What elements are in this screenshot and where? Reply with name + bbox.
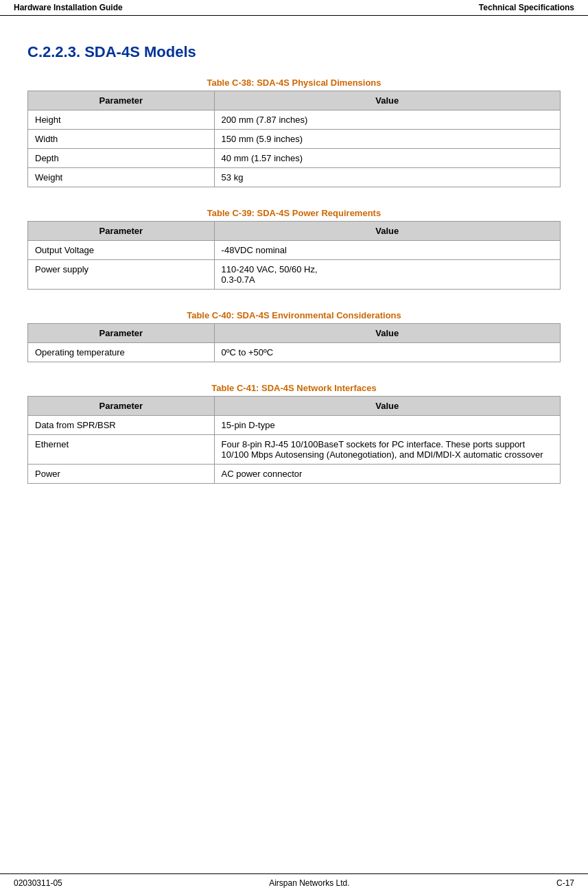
header-left: Hardware Installation Guide — [14, 3, 123, 12]
table-row: Output Voltage-48VDC nominal — [28, 241, 561, 260]
page-content: C.2.2.3. SDA-4S Models Table C-38: SDA-4… — [0, 16, 588, 532]
table-section-table-c40: Table C-40: SDA-4S Environmental Conside… — [27, 310, 561, 362]
table-table-c39: ParameterValueOutput Voltage-48VDC nomin… — [27, 221, 561, 290]
cell-parameter: Depth — [28, 149, 215, 168]
table-row: Height200 mm (7.87 inches) — [28, 110, 561, 130]
table-row: Operating temperature 0ºC to +50ºC — [28, 343, 561, 362]
table-caption-table-c40: Table C-40: SDA-4S Environmental Conside… — [27, 310, 561, 320]
table-table-c41: ParameterValueData from SPR/BSR15-pin D-… — [27, 396, 561, 484]
col-header-value: Value — [214, 397, 560, 416]
table-row: Power supply110-240 VAC, 50/60 Hz,0.3-0.… — [28, 260, 561, 290]
cell-parameter: Ethernet — [28, 435, 215, 465]
cell-value: 110-240 VAC, 50/60 Hz,0.3-0.7A — [214, 260, 560, 290]
table-table-c38: ParameterValueHeight200 mm (7.87 inches)… — [27, 91, 561, 187]
cell-value: 200 mm (7.87 inches) — [214, 110, 560, 130]
table-row: Depth40 mm (1.57 inches) — [28, 149, 561, 168]
table-caption-table-c38: Table C-38: SDA-4S Physical Dimensions — [27, 78, 561, 88]
footer-right: C-17 — [556, 878, 574, 888]
table-section-table-c39: Table C-39: SDA-4S Power RequirementsPar… — [27, 208, 561, 290]
footer-center: Airspan Networks Ltd. — [269, 878, 349, 888]
col-header-value: Value — [214, 222, 560, 241]
table-section-table-c41: Table C-41: SDA-4S Network InterfacesPar… — [27, 383, 561, 484]
cell-value: Four 8-pin RJ-45 10/100BaseT sockets for… — [214, 435, 560, 465]
table-row: Width150 mm (5.9 inches) — [28, 130, 561, 149]
col-header-parameter: Parameter — [28, 324, 215, 343]
cell-parameter: Power supply — [28, 260, 215, 290]
table-section-table-c38: Table C-38: SDA-4S Physical DimensionsPa… — [27, 78, 561, 187]
cell-parameter: Width — [28, 130, 215, 149]
col-header-value: Value — [214, 91, 560, 110]
page-footer: 02030311-05 Airspan Networks Ltd. C-17 — [0, 873, 588, 892]
cell-value: 40 mm (1.57 inches) — [214, 149, 560, 168]
table-row: EthernetFour 8-pin RJ-45 10/100BaseT soc… — [28, 435, 561, 465]
cell-parameter: Data from SPR/BSR — [28, 416, 215, 435]
cell-value: 15-pin D-type — [214, 416, 560, 435]
cell-parameter: Operating temperature — [28, 343, 215, 362]
table-caption-table-c39: Table C-39: SDA-4S Power Requirements — [27, 208, 561, 218]
cell-parameter: Weight — [28, 168, 215, 187]
table-row: PowerAC power connector — [28, 465, 561, 484]
cell-parameter: Height — [28, 110, 215, 130]
col-header-parameter: Parameter — [28, 222, 215, 241]
col-header-parameter: Parameter — [28, 397, 215, 416]
cell-parameter: Output Voltage — [28, 241, 215, 260]
footer-left: 02030311-05 — [14, 878, 62, 888]
cell-value: 0ºC to +50ºC — [214, 343, 560, 362]
table-row: Data from SPR/BSR15-pin D-type — [28, 416, 561, 435]
table-table-c40: ParameterValueOperating temperature 0ºC … — [27, 323, 561, 362]
cell-value: 150 mm (5.9 inches) — [214, 130, 560, 149]
header-right: Technical Specifications — [479, 3, 574, 12]
cell-parameter: Power — [28, 465, 215, 484]
section-title: C.2.2.3. SDA-4S Models — [27, 43, 561, 61]
table-row: Weight53 kg — [28, 168, 561, 187]
table-caption-table-c41: Table C-41: SDA-4S Network Interfaces — [27, 383, 561, 393]
tables-container: Table C-38: SDA-4S Physical DimensionsPa… — [27, 78, 561, 484]
cell-value: 53 kg — [214, 168, 560, 187]
col-header-value: Value — [214, 324, 560, 343]
page-header: Hardware Installation Guide Technical Sp… — [0, 0, 588, 16]
cell-value: AC power connector — [214, 465, 560, 484]
cell-value: -48VDC nominal — [214, 241, 560, 260]
col-header-parameter: Parameter — [28, 91, 215, 110]
